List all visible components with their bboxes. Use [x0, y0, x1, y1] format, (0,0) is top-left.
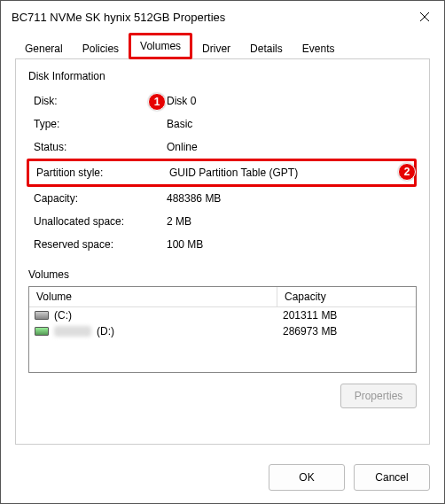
drive-icon: [35, 327, 49, 336]
volume-label: (C:): [54, 309, 72, 322]
value-disk: Disk 0: [167, 95, 417, 107]
row-partition-style: Partition style: GUID Partition Table (G…: [27, 159, 417, 187]
col-header-volume[interactable]: Volume: [29, 287, 277, 306]
value-partition-style: GUID Partition Table (GPT): [169, 167, 410, 179]
volume-label-redacted: [54, 326, 91, 337]
volume-label: (D:): [97, 325, 114, 337]
label-reserved: Reserved space:: [34, 238, 167, 251]
label-type: Type:: [34, 118, 167, 130]
volume-capacity: 286973 MB: [283, 325, 410, 337]
tab-volumes[interactable]: Volumes: [129, 33, 192, 59]
drive-icon: [35, 311, 49, 320]
volume-capacity: 201311 MB: [283, 309, 410, 322]
label-disk: Disk:: [34, 95, 167, 107]
value-type: Basic: [167, 118, 417, 130]
label-partition-style: Partition style:: [36, 167, 169, 179]
ok-button[interactable]: OK: [269, 464, 345, 491]
col-header-capacity[interactable]: Capacity: [277, 287, 416, 306]
disk-info-table: Disk: Disk 0 Type: Basic Status: Online …: [34, 89, 417, 256]
annotation-badge-2: 2: [398, 163, 416, 181]
tab-policies[interactable]: Policies: [73, 37, 129, 59]
volumes-header-row: Volume Capacity: [29, 287, 416, 307]
label-unallocated: Unallocated space:: [34, 215, 167, 228]
value-reserved: 100 MB: [167, 238, 417, 251]
tab-panel-volumes: Disk Information Disk: Disk 0 Type: Basi…: [15, 58, 430, 445]
volumes-heading: Volumes: [28, 268, 417, 281]
volume-properties-row: Properties: [28, 384, 417, 408]
value-status: Online: [167, 141, 417, 153]
tab-events[interactable]: Events: [293, 37, 345, 59]
label-capacity: Capacity:: [34, 192, 167, 205]
volume-row[interactable]: (D:) 286973 MB: [29, 323, 416, 339]
close-button[interactable]: [407, 3, 442, 31]
annotation-badge-1: 1: [148, 93, 166, 111]
tab-details[interactable]: Details: [240, 37, 293, 59]
dialog-footer: OK Cancel: [1, 455, 444, 503]
volume-properties-button: Properties: [340, 384, 417, 408]
dialog-content: General Policies Volumes Driver Details …: [1, 33, 444, 455]
window-title: BC711 NVMe SK hynix 512GB Properties: [12, 11, 407, 24]
row-reserved: Reserved space: 100 MB: [34, 233, 417, 256]
properties-dialog: BC711 NVMe SK hynix 512GB Properties Gen…: [0, 0, 445, 504]
volume-row[interactable]: (C:) 201311 MB: [29, 307, 416, 323]
volumes-list[interactable]: Volume Capacity (C:) 201311 MB (D:): [28, 286, 417, 373]
tab-general[interactable]: General: [15, 37, 73, 59]
tab-strip: General Policies Volumes Driver Details …: [15, 36, 430, 59]
titlebar: BC711 NVMe SK hynix 512GB Properties: [1, 1, 444, 33]
tab-driver[interactable]: Driver: [192, 37, 240, 59]
value-unallocated: 2 MB: [167, 215, 417, 228]
value-capacity: 488386 MB: [167, 192, 417, 205]
label-status: Status:: [34, 141, 167, 153]
row-type: Type: Basic: [34, 112, 417, 136]
disk-info-heading: Disk Information: [28, 70, 417, 82]
tab-strip-wrap: General Policies Volumes Driver Details …: [15, 36, 430, 59]
close-icon: [419, 12, 430, 22]
row-capacity: Capacity: 488386 MB: [34, 187, 417, 210]
row-disk: Disk: Disk 0: [34, 89, 417, 112]
cancel-button[interactable]: Cancel: [354, 464, 430, 491]
row-status: Status: Online: [34, 136, 417, 159]
row-unallocated: Unallocated space: 2 MB: [34, 210, 417, 233]
